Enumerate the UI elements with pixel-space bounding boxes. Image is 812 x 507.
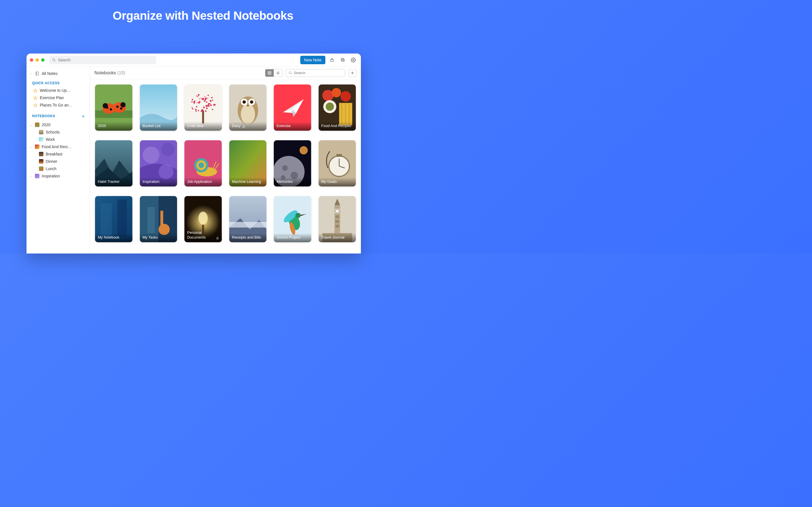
list-view-button[interactable] <box>274 69 282 76</box>
sidebar-section-notebooks: NOTEBOOKS ＋ <box>27 109 90 121</box>
sidebar-section-quick-access: QUICK ACCESS <box>27 77 90 87</box>
svg-point-113 <box>340 91 351 102</box>
notebook-card[interactable]: Diary <box>229 84 267 131</box>
svg-point-52 <box>198 96 199 97</box>
notebook-card[interactable]: Inspiration <box>140 140 177 186</box>
svg-rect-6 <box>36 72 38 75</box>
notebook-card[interactable]: Habit Tracker <box>95 140 133 186</box>
settings-button[interactable] <box>349 56 357 64</box>
sidebar-notebook-child[interactable]: Breakfast <box>27 151 90 158</box>
notebook-card[interactable]: Food And Recipes <box>319 84 356 131</box>
sidebar-notebook-child[interactable]: Lunch <box>27 165 90 172</box>
view-toggle <box>265 69 283 77</box>
svg-rect-174 <box>335 220 339 223</box>
notebook-title: School Project <box>274 233 311 242</box>
notebook-card[interactable]: My Notebook <box>95 196 133 242</box>
panel-search-input[interactable] <box>294 71 343 75</box>
copy-button[interactable] <box>338 56 347 64</box>
svg-point-92 <box>192 108 193 110</box>
svg-line-1 <box>55 61 56 61</box>
svg-point-45 <box>195 109 197 110</box>
notebook-card[interactable]: Travel Journal <box>319 196 356 242</box>
notebook-card[interactable]: Machine Learning <box>229 140 267 186</box>
notebook-card[interactable]: Receipts and Bills <box>229 196 267 242</box>
notebook-grid: 2020 Bucket List Craft Idea Diary Exerci… <box>90 79 361 253</box>
svg-point-51 <box>207 95 209 96</box>
maximize-window-button[interactable] <box>41 58 45 62</box>
notebook-title: Food And Recipes <box>319 122 356 131</box>
sidebar-notebook-item[interactable]: › Inspiration <box>27 172 90 180</box>
notebook-card[interactable]: Personal Documents <box>185 196 222 242</box>
notebook-title: My Notebook <box>95 233 133 242</box>
svg-marker-11 <box>34 103 37 107</box>
svg-point-96 <box>201 99 202 100</box>
notebook-card[interactable]: School Project <box>274 196 311 242</box>
sidebar-notebook-item[interactable]: ⌄ 2020 <box>27 121 90 128</box>
sidebar-notebook-child[interactable]: Work <box>27 136 90 143</box>
notebook-card[interactable]: Bucket List <box>140 84 177 131</box>
svg-rect-147 <box>101 203 112 237</box>
svg-point-124 <box>142 147 159 163</box>
new-note-button[interactable]: New Note <box>300 56 325 64</box>
quick-access-label: Places To Go an… <box>40 103 72 107</box>
svg-point-44 <box>198 110 199 111</box>
notebook-card[interactable]: Memories <box>274 140 311 186</box>
notebook-thumb <box>39 152 43 156</box>
notebook-card[interactable]: Exercise <box>274 84 311 131</box>
minimize-window-button[interactable] <box>36 58 39 62</box>
sidebar-notebook-child[interactable]: Dinner <box>27 158 90 165</box>
sidebar-all-notes-label: All Notes <box>42 71 57 76</box>
global-search-input[interactable] <box>58 58 153 62</box>
svg-point-82 <box>203 107 205 108</box>
add-notebook-panel-button[interactable] <box>349 69 356 77</box>
quick-access-label: Welcome to Up… <box>40 88 70 93</box>
notebook-thumb <box>35 174 40 178</box>
quick-access-item[interactable]: Places To Go an… <box>27 101 90 109</box>
notebook-card[interactable]: My Goals <box>319 140 356 186</box>
notebook-card[interactable]: 2020 <box>95 84 133 131</box>
notebook-title: Inspiration <box>140 177 177 186</box>
svg-point-103 <box>250 100 253 104</box>
svg-point-57 <box>199 99 200 100</box>
lock-button[interactable] <box>327 56 336 64</box>
notebook-card[interactable]: My Tasks <box>140 196 177 242</box>
sidebar-notebook-item[interactable]: ⌄ Food And Reci… <box>27 143 90 151</box>
svg-point-125 <box>161 143 174 156</box>
close-window-button[interactable] <box>30 58 33 62</box>
svg-rect-15 <box>270 73 271 74</box>
svg-point-136 <box>299 146 308 154</box>
chevron-right-icon[interactable]: › <box>29 175 33 178</box>
quick-access-label: Exercise Plan <box>40 96 64 100</box>
quick-access-item[interactable]: Exercise Plan <box>27 94 90 101</box>
grid-view-button[interactable] <box>265 69 274 76</box>
svg-rect-173 <box>335 216 339 218</box>
global-search[interactable] <box>49 56 156 64</box>
notebook-title: Bucket List <box>140 122 177 131</box>
chevron-down-icon[interactable]: ⌄ <box>29 123 33 126</box>
notebook-thumb <box>39 166 43 171</box>
svg-point-75 <box>204 100 206 102</box>
svg-rect-4 <box>341 58 343 61</box>
svg-point-69 <box>204 96 205 97</box>
notebook-title: Machine Learning <box>229 177 267 186</box>
panel-header: Notebooks (18) <box>90 66 361 79</box>
quick-access-item[interactable]: Welcome to Up… <box>27 87 90 94</box>
sidebar-notebook-label: Inspiration <box>42 174 60 178</box>
chevron-down-icon[interactable]: ⌄ <box>29 145 33 149</box>
notebook-card[interactable]: Craft Idea <box>185 84 222 131</box>
sidebar-notebook-child[interactable]: Schools <box>27 128 90 136</box>
svg-point-89 <box>199 101 200 103</box>
svg-point-115 <box>326 103 334 111</box>
sidebar-all-notes[interactable]: › All Notes <box>27 70 90 77</box>
search-icon <box>289 71 292 75</box>
svg-point-94 <box>208 103 209 105</box>
notebook-title: Job Application <box>185 177 222 186</box>
svg-rect-175 <box>335 225 339 228</box>
notebook-thumb <box>39 159 43 164</box>
notebook-card[interactable]: Job Application <box>185 140 222 186</box>
panel-search[interactable] <box>286 69 345 77</box>
add-notebook-button[interactable]: ＋ <box>81 113 86 119</box>
notebook-title: Travel Journal <box>319 233 356 242</box>
svg-point-165 <box>296 213 301 218</box>
svg-point-80 <box>196 106 197 108</box>
